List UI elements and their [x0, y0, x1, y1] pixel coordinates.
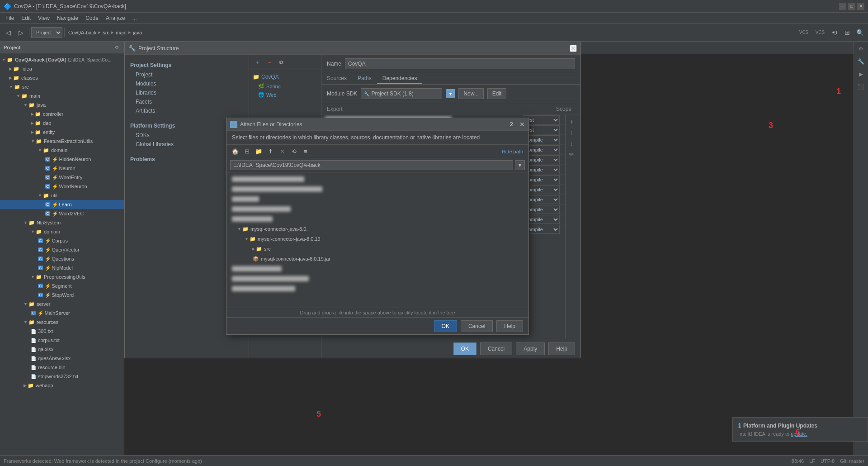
ps-help-btn[interactable]: Help: [548, 342, 575, 355]
ps-nav-artifacts[interactable]: Artifacts: [125, 106, 249, 115]
attach-dialog-close[interactable]: ✕: [519, 121, 525, 128]
tree-questions[interactable]: C ⚡ Questions: [0, 254, 124, 263]
ps-dep-add-btn[interactable]: +: [566, 117, 576, 127]
ps-nav-libraries[interactable]: Libraries: [125, 88, 249, 97]
attach-parent-btn[interactable]: ⬆: [265, 147, 275, 157]
project-selector[interactable]: Project: [31, 27, 62, 38]
tree-hidden-neuron[interactable]: C ⚡ HiddenNeuron: [0, 155, 124, 164]
tree-neuron[interactable]: C ⚡ Neuron: [0, 164, 124, 173]
tree-corpus[interactable]: C ⚡ Corpus: [0, 236, 124, 245]
attach-item-blur-3[interactable]: [226, 194, 528, 204]
restore-btn[interactable]: □: [848, 3, 855, 10]
dep-scope-6[interactable]: compile: [524, 165, 560, 174]
ps-remove-btn[interactable]: −: [264, 57, 274, 67]
tree-resource-bin[interactable]: 📄 resource.bin: [0, 363, 124, 372]
tree-300txt[interactable]: 📄 300.txt: [0, 327, 124, 336]
ps-edit-btn[interactable]: Edit: [487, 88, 507, 99]
dep-scope-8[interactable]: compile: [524, 185, 560, 194]
tree-dao[interactable]: ▶ 📁 dao: [0, 119, 124, 128]
ps-name-input[interactable]: [345, 58, 575, 69]
attach-jar[interactable]: 📦 mysql-connector-java-8.0.19.jar: [226, 254, 528, 264]
attach-item-blur-6[interactable]: [226, 264, 528, 274]
tree-stop-word[interactable]: C ⚡ StopWord: [0, 290, 124, 300]
tree-ques-answ-xlsx[interactable]: 📄 quesAnsw.xlsx: [0, 354, 124, 363]
right-tool-1[interactable]: ⚙: [856, 43, 867, 54]
menu-edit[interactable]: Edit: [18, 14, 34, 22]
ps-covqa-node[interactable]: 📁 CovQA: [249, 72, 321, 82]
attach-path-input[interactable]: [230, 160, 513, 170]
attach-more-btn[interactable]: ≡: [301, 147, 311, 157]
dep-scope-12[interactable]: compile: [524, 225, 560, 234]
ps-close-btn[interactable]: ✕: [570, 45, 577, 52]
tree-nlp-domain[interactable]: ▼ 📁 domain: [0, 227, 124, 236]
minimize-btn[interactable]: ─: [839, 3, 846, 10]
attach-view-btn[interactable]: ⊞: [242, 147, 252, 157]
menu-build[interactable]: ...: [129, 14, 141, 22]
tree-stopwords[interactable]: 📄 stopwords3732.txt: [0, 372, 124, 381]
dep-scope-1[interactable]: test: [524, 115, 560, 124]
attach-item-blur-8[interactable]: [226, 284, 528, 294]
dep-scope-4[interactable]: compile: [524, 145, 560, 154]
dep-scope-11[interactable]: compile: [524, 215, 560, 224]
tool-btn-2[interactable]: ⊞: [841, 26, 854, 39]
tree-idea[interactable]: ▶ 📁 .idea: [0, 64, 124, 73]
tree-resources[interactable]: ▼ 📁 resources: [0, 318, 124, 327]
tree-corpus-txt[interactable]: 📄 corpus.txt: [0, 336, 124, 345]
ps-sdk-select[interactable]: 🔧 Project SDK (1.8): [361, 88, 442, 99]
ps-nav-modules[interactable]: Modules: [125, 79, 249, 88]
dep-scope-5[interactable]: compile: [524, 155, 560, 164]
ps-tab-sources[interactable]: Sources: [321, 73, 352, 84]
tree-classes[interactable]: ▶ 📁 classes: [0, 73, 124, 82]
attach-item-blur-2[interactable]: [226, 184, 528, 194]
tree-feature-extraction[interactable]: ▼ 📁 FeatureExtractionUtils: [0, 137, 124, 146]
ps-tab-dependencies[interactable]: Dependencies: [377, 73, 423, 84]
ps-apply-btn[interactable]: Apply: [516, 342, 545, 355]
menu-analyze[interactable]: Analyze: [102, 14, 129, 22]
panel-settings-btn[interactable]: ⚙: [113, 44, 120, 51]
attach-help-btn[interactable]: Help: [496, 320, 523, 332]
tree-query-vector[interactable]: C ⚡ QueryVector: [0, 245, 124, 254]
tree-main[interactable]: ▼ 📁 main: [0, 91, 124, 100]
menu-code[interactable]: Code: [82, 14, 102, 22]
tree-nlp-model[interactable]: C ⚡ NlpModel: [0, 263, 124, 272]
attach-item-blur-1[interactable]: [226, 174, 528, 184]
attach-item-blur-4[interactable]: [226, 204, 528, 214]
ps-nav-facets[interactable]: Facets: [125, 97, 249, 106]
attach-item-blur-5[interactable]: [226, 214, 528, 224]
tree-word-entry[interactable]: C ⚡ WordEntry: [0, 173, 124, 182]
tree-learn[interactable]: C ⚡ Learn: [0, 200, 124, 209]
notif-update-link[interactable]: update.: [791, 431, 807, 437]
ps-cancel-btn[interactable]: Cancel: [480, 342, 512, 355]
tree-word2vec[interactable]: C ⚡ Word2VEC: [0, 209, 124, 218]
forward-btn[interactable]: ▷: [14, 26, 27, 39]
tree-qa-xlsx[interactable]: 📄 qa.xlsx: [0, 345, 124, 354]
ps-copy-btn[interactable]: ⧉: [276, 57, 286, 67]
tree-nlp-system[interactable]: ▼ 📁 NlpSystem: [0, 218, 124, 227]
vcs-btn-2[interactable]: VCS: [812, 26, 828, 39]
ps-web-node[interactable]: 🌐 Web: [249, 90, 321, 99]
attach-home-btn[interactable]: 🏠: [230, 147, 240, 157]
tree-segment[interactable]: C ⚡ Segment: [0, 281, 124, 290]
tree-controller[interactable]: ▶ 📁 controller: [0, 109, 124, 119]
tree-word-neuron[interactable]: C ⚡ WordNeuron: [0, 182, 124, 191]
dep-scope-9[interactable]: compile: [524, 195, 560, 204]
tree-src[interactable]: ▼ 📁 src: [0, 82, 124, 91]
menu-file[interactable]: File: [2, 14, 18, 22]
tree-preprocessing[interactable]: ▼ 📁 PreprocessingUtils: [0, 272, 124, 281]
dep-scope-7[interactable]: compile: [524, 175, 560, 184]
attach-path-expand-btn[interactable]: ▼: [515, 160, 525, 170]
search-everywhere-btn[interactable]: 🔍: [854, 26, 866, 39]
right-tool-4[interactable]: ⬛: [856, 81, 867, 92]
ps-dep-edit-btn[interactable]: ✏: [566, 149, 576, 159]
tree-root[interactable]: ▼ 📁 CovQA-back [CovQA] E:\IDEA_Space\Co.…: [0, 55, 124, 64]
menu-view[interactable]: View: [34, 14, 53, 22]
tree-server[interactable]: ▼ 📁 server: [0, 300, 124, 309]
attach-cancel-btn[interactable]: Cancel: [461, 320, 493, 332]
ps-spring-node[interactable]: 🌿 Spring: [249, 82, 321, 90]
attach-item-blur-7[interactable]: [226, 274, 528, 284]
tree-java[interactable]: ▼ 📁 java: [0, 100, 124, 109]
attach-newfolder-btn[interactable]: 📁: [254, 147, 264, 157]
attach-refresh-btn[interactable]: ⟲: [289, 147, 299, 157]
right-tool-3[interactable]: ▶: [856, 69, 867, 80]
attach-ok-btn[interactable]: OK: [434, 320, 457, 332]
